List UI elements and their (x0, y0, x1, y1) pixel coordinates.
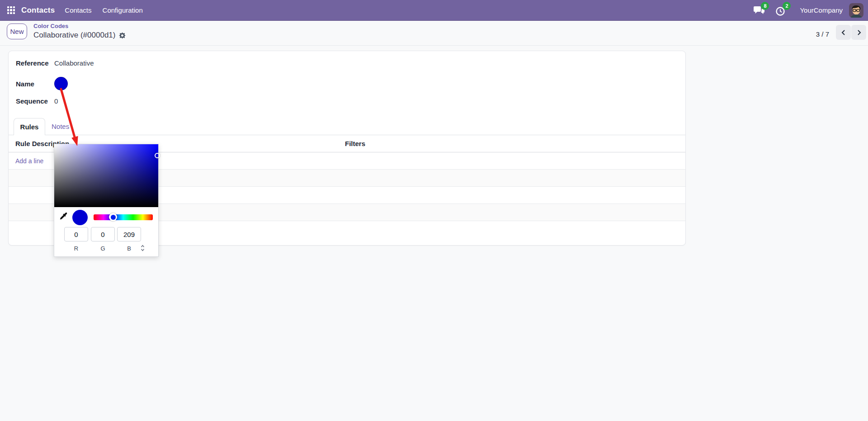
field-reference: Reference Collaborative (16, 57, 94, 68)
breadcrumb: Color Codes Collaborative (#0000d1) (33, 23, 126, 40)
eyedropper-icon[interactable] (59, 212, 68, 223)
name-label: Name (16, 80, 54, 88)
new-button[interactable]: New (7, 24, 27, 39)
field-name: Name (16, 77, 68, 90)
top-navbar: Contacts Contacts Configuration 8 2 Your… (0, 0, 868, 21)
company-switcher[interactable]: YourCompany (800, 6, 843, 14)
activities-button[interactable]: 2 (774, 3, 791, 18)
pager-value: 3 / 7 (816, 27, 829, 42)
color-picker-popup: R G B (54, 144, 159, 257)
hue-slider[interactable] (94, 214, 153, 220)
format-toggle-icon[interactable] (141, 245, 145, 253)
breadcrumb-current: Collaborative (#0000d1) (33, 30, 115, 40)
saturation-value-gradient[interactable] (54, 144, 158, 207)
tab-rules[interactable]: Rules (14, 118, 45, 135)
messages-badge: 8 (761, 2, 769, 10)
control-panel: New Color Codes Collaborative (#0000d1) … (0, 21, 868, 46)
pager-previous-button[interactable] (836, 25, 851, 40)
field-sequence: Sequence 0 (16, 95, 58, 106)
red-label: R (64, 245, 88, 252)
sv-cursor[interactable] (155, 153, 160, 158)
notebook-tabs: Rules Notes (9, 118, 685, 135)
green-label: G (91, 245, 115, 252)
messages-button[interactable]: 8 (753, 3, 769, 18)
tab-notes[interactable]: Notes (45, 118, 75, 135)
pager-next-button[interactable] (851, 25, 866, 40)
blue-label: B (117, 245, 141, 252)
user-avatar[interactable] (849, 3, 863, 18)
red-input[interactable] (64, 227, 88, 241)
blue-input[interactable] (117, 227, 141, 241)
green-input[interactable] (91, 227, 115, 241)
activities-badge: 2 (783, 2, 791, 10)
selected-color-preview (72, 210, 88, 225)
app-brand[interactable]: Contacts (21, 6, 55, 15)
reference-value[interactable]: Collaborative (54, 59, 94, 67)
actions-gear-icon[interactable] (119, 32, 126, 39)
add-a-line-link[interactable]: Add a line (15, 152, 43, 170)
reference-label: Reference (16, 59, 54, 67)
apps-menu-icon[interactable] (7, 6, 15, 14)
menu-contacts[interactable]: Contacts (64, 5, 92, 16)
menu-configuration[interactable]: Configuration (102, 5, 144, 16)
breadcrumb-parent-link[interactable]: Color Codes (33, 23, 126, 30)
sequence-label: Sequence (16, 97, 54, 105)
hue-slider-handle[interactable] (109, 213, 117, 221)
name-color-swatch[interactable] (54, 77, 68, 90)
column-header-filters: Filters (345, 135, 365, 152)
sequence-value[interactable]: 0 (54, 97, 58, 105)
